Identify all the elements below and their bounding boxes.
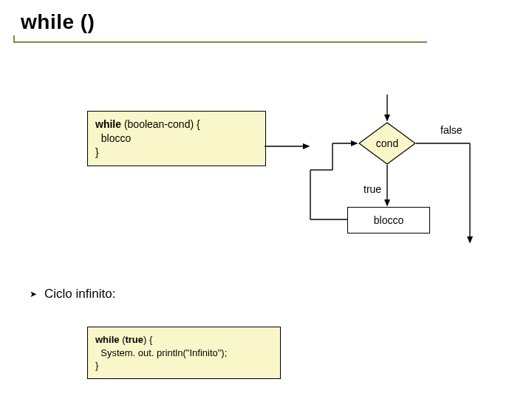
code1-l3: } xyxy=(95,146,99,158)
code-box-infinite: while (true) { System. out. println("Inf… xyxy=(87,327,281,379)
code1-l1r: (boolean-cond) { xyxy=(121,118,200,130)
bullet-icon: ➤ xyxy=(30,289,37,299)
flow-label-true: true xyxy=(364,183,381,195)
title-rule xyxy=(13,41,427,43)
kw-true: true xyxy=(125,334,143,345)
flow-decision-label: cond xyxy=(358,122,416,165)
title-rule-tick xyxy=(13,35,15,41)
flow-process-label: blocco xyxy=(374,214,403,226)
flow-process: blocco xyxy=(347,207,430,233)
bullet-text: Ciclo infinito: xyxy=(44,287,115,301)
kw-while-2: while xyxy=(95,334,120,345)
code1-l2: blocco xyxy=(95,132,131,144)
code-box-while: while (boolean-cond) { blocco } xyxy=(87,111,266,166)
flow-label-false: false xyxy=(440,124,463,136)
bullet-ciclo-infinito: ➤ Ciclo infinito: xyxy=(30,287,115,301)
code2-l1r2: ) { xyxy=(143,334,152,345)
title-text: while () xyxy=(21,10,95,33)
code2-l3: } xyxy=(95,360,98,371)
kw-while: while xyxy=(95,118,121,130)
page-title: while () xyxy=(21,10,95,34)
code2-l2: System. out. println("Infinito"); xyxy=(95,347,227,358)
